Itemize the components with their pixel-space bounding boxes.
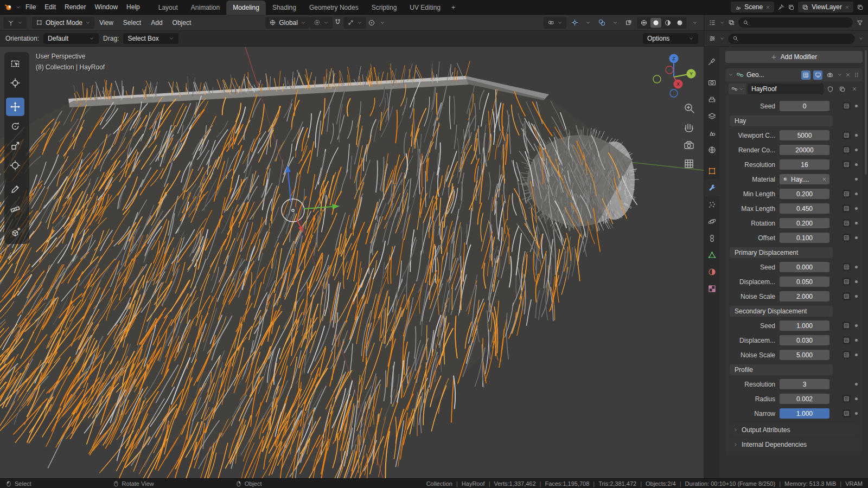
input-attribute-toggle[interactable] (843, 234, 851, 242)
workspace-tab-geometry-nodes[interactable]: Geometry Nodes (303, 1, 365, 15)
properties-tab-physics[interactable] (704, 213, 720, 230)
cursor-tool-button[interactable] (6, 74, 24, 92)
3d-viewport[interactable]: ZYX User Perspective (8) Collection | Ha… (0, 47, 704, 478)
menu-edit[interactable]: Edit (40, 0, 60, 14)
number-field-offset[interactable]: 0.100 (780, 233, 829, 243)
workspace-tab-scripting[interactable]: Scripting (365, 1, 404, 15)
workspace-tab-modeling[interactable]: Modeling (226, 1, 266, 15)
input-attribute-toggle[interactable] (843, 336, 851, 344)
modifier-header[interactable]: Geo... (725, 68, 863, 81)
number-field-seed[interactable]: 0.000 (780, 262, 829, 272)
animate-decorator-dot[interactable] (855, 207, 858, 210)
expand-chevron-icon[interactable] (728, 72, 733, 78)
scene-selector[interactable]: Scene (731, 2, 774, 12)
menu-help[interactable]: Help (122, 0, 144, 14)
viewport-menu-select[interactable]: Select (118, 19, 146, 27)
animate-decorator-dot[interactable] (855, 222, 858, 224)
properties-tab-scene[interactable] (704, 125, 720, 142)
input-attribute-toggle[interactable] (843, 351, 851, 359)
properties-tab-view-layer[interactable] (704, 108, 720, 125)
input-attribute-toggle[interactable] (843, 146, 851, 154)
outliner-search-input[interactable] (738, 17, 853, 28)
outliner-filter-icon[interactable] (856, 19, 864, 27)
new-viewlayer-icon[interactable] (857, 4, 864, 11)
material-unlink-icon[interactable] (822, 177, 827, 182)
properties-filter-dropdown[interactable] (858, 36, 864, 41)
animate-decorator-dot[interactable] (855, 383, 858, 386)
number-field-displacem-[interactable]: 0.050 (780, 277, 829, 287)
number-field-max-length[interactable]: 0.450 (780, 203, 829, 214)
properties-tab-object[interactable] (704, 163, 720, 179)
annotate-tool-button[interactable] (6, 180, 24, 198)
proportional-falloff-dropdown[interactable] (377, 17, 388, 28)
shading-dropdown[interactable] (690, 17, 700, 28)
number-field-render-co-[interactable]: 20000 (780, 145, 829, 155)
modifier-render-toggle[interactable] (825, 70, 834, 80)
animate-decorator-dot[interactable] (855, 163, 858, 166)
number-field-noise-scale[interactable]: 5.000 (780, 350, 829, 360)
new-scene-icon[interactable] (788, 4, 795, 11)
select-box-tool-button[interactable] (6, 54, 24, 73)
number-field-resolution[interactable]: 3 (780, 379, 829, 389)
orientation-dropdown[interactable]: Default (43, 33, 99, 44)
panel-section-profile[interactable]: Profile (730, 364, 833, 375)
add-cube-tool-button[interactable] (6, 223, 24, 242)
add-workspace-button[interactable]: + (447, 1, 459, 15)
input-attribute-toggle[interactable] (843, 190, 851, 198)
scrollbar[interactable] (865, 50, 867, 175)
show-gizmos-toggle[interactable] (569, 17, 580, 28)
number-field-noise-scale[interactable]: 2.000 (780, 291, 829, 301)
panel-section-primary-displacement[interactable]: Primary Displacement (730, 247, 833, 258)
animate-decorator-dot[interactable] (855, 149, 858, 151)
number-field-min-length[interactable]: 0.200 (780, 189, 829, 199)
properties-tab-world[interactable] (704, 142, 720, 158)
workspace-tab-animation[interactable]: Animation (184, 1, 226, 15)
workspace-tab-shading[interactable]: Shading (266, 1, 303, 15)
overlays-dropdown[interactable] (610, 17, 621, 28)
properties-tab-tool[interactable] (704, 53, 720, 70)
shading-solid-button[interactable] (650, 18, 661, 28)
scale-tool-button[interactable] (6, 137, 24, 155)
workspace-tab-layout[interactable]: Layout (152, 1, 184, 15)
animate-decorator-dot[interactable] (855, 324, 858, 327)
node-tree-name-field[interactable]: HayRoof (748, 84, 824, 94)
shading-material-button[interactable] (662, 18, 673, 28)
viewport-menu-add[interactable]: Add (146, 19, 167, 27)
number-field-narrow[interactable]: 1.000 (780, 408, 829, 419)
menu-render[interactable]: Render (60, 0, 90, 14)
editor-properties-icon[interactable] (709, 35, 716, 42)
number-field-viewport-c-[interactable]: 5000 (780, 130, 829, 140)
properties-search-input[interactable] (728, 34, 855, 44)
animate-decorator-dot[interactable] (855, 354, 858, 356)
animate-decorator-dot[interactable] (855, 412, 858, 415)
duplicate-tree-icon[interactable] (837, 84, 847, 94)
animate-decorator-dot[interactable] (855, 266, 858, 268)
input-attribute-toggle[interactable] (843, 292, 851, 300)
modifier-edit-mode-toggle[interactable] (801, 70, 810, 80)
properties-tab-texture[interactable] (704, 280, 720, 297)
viewlayer-selector[interactable]: ViewLayer (798, 2, 853, 12)
animate-decorator-dot[interactable] (855, 339, 858, 342)
number-field-resolution[interactable]: 16 (780, 159, 829, 170)
properties-tab-particles[interactable] (704, 196, 720, 213)
menu-window[interactable]: Window (90, 0, 122, 14)
input-attribute-toggle[interactable] (843, 409, 851, 418)
modifier-realtime-toggle[interactable] (813, 70, 822, 80)
pivot-point-dropdown[interactable] (310, 17, 333, 29)
properties-tab-modifiers[interactable] (704, 179, 720, 196)
outliner-display-mode-icon[interactable] (728, 19, 735, 26)
number-field-seed[interactable]: 1.000 (780, 320, 829, 331)
animate-decorator-dot[interactable] (855, 105, 858, 107)
move-tool-button[interactable] (6, 98, 24, 116)
viewlayer-unlink-icon[interactable] (845, 5, 850, 10)
properties-tab-constraints[interactable] (704, 230, 720, 247)
transform-orientation-dropdown[interactable]: Global (265, 17, 310, 29)
unlink-tree-icon[interactable] (849, 84, 859, 94)
rotate-tool-button[interactable] (6, 117, 24, 136)
viewport-menu-view[interactable]: View (94, 19, 118, 27)
collapsed-panel-output-attributes[interactable]: Output Attributes (730, 423, 858, 436)
panel-section-secondary-displacement[interactable]: Secondary Displacement (730, 306, 833, 317)
properties-tab-object-data[interactable] (704, 247, 720, 264)
proportional-editing-toggle[interactable] (366, 17, 377, 28)
material-field[interactable]: Hay.... (780, 174, 829, 184)
